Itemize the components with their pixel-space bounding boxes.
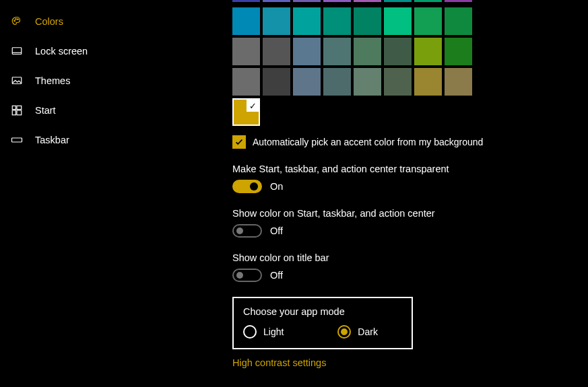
color-swatch[interactable] <box>354 38 381 65</box>
themes-icon <box>11 75 23 87</box>
sidebar-item-colors[interactable]: Colors <box>0 7 185 36</box>
app-mode-dark-radio[interactable]: Dark <box>337 325 378 339</box>
color-swatch[interactable] <box>414 68 442 96</box>
show-color-start-toggle[interactable] <box>232 224 262 238</box>
svg-rect-9 <box>17 110 22 115</box>
color-swatch[interactable] <box>293 7 321 35</box>
sidebar-item-label: Colors <box>35 16 63 27</box>
accent-color-grid <box>232 0 588 96</box>
color-swatch[interactable] <box>263 38 290 65</box>
app-mode-light-label: Light <box>263 326 284 337</box>
color-swatch[interactable] <box>414 7 442 35</box>
color-swatch[interactable] <box>414 0 442 2</box>
color-swatch[interactable] <box>263 7 290 35</box>
color-swatch[interactable] <box>384 68 412 96</box>
color-swatch[interactable] <box>232 0 260 2</box>
color-swatch[interactable] <box>445 7 472 35</box>
taskbar-icon <box>11 134 23 146</box>
app-mode-dark-label: Dark <box>358 326 378 337</box>
color-swatch[interactable] <box>445 0 472 2</box>
color-swatch[interactable] <box>384 38 412 65</box>
radio-icon <box>337 325 351 339</box>
settings-sidebar: Colors Lock screen Themes Start Taskbar <box>0 0 185 387</box>
color-swatch[interactable] <box>323 7 351 35</box>
start-icon <box>11 104 23 116</box>
color-swatch[interactable] <box>323 38 351 65</box>
palette-icon <box>11 15 23 28</box>
color-swatch[interactable] <box>384 0 412 2</box>
color-swatch[interactable] <box>354 0 381 2</box>
radio-icon <box>243 325 257 339</box>
sidebar-item-lockscreen[interactable]: Lock screen <box>0 36 185 66</box>
sidebar-item-start[interactable]: Start <box>0 96 185 125</box>
svg-rect-3 <box>12 48 22 55</box>
auto-pick-accent-checkbox[interactable]: Automatically pick an accent color from … <box>232 135 588 149</box>
color-swatch[interactable] <box>293 38 321 65</box>
color-swatch[interactable] <box>232 7 260 35</box>
color-swatch[interactable] <box>323 0 351 2</box>
checkbox-icon <box>232 135 246 149</box>
sidebar-item-label: Themes <box>35 75 70 86</box>
color-swatch[interactable] <box>445 68 472 96</box>
color-swatch[interactable] <box>384 7 412 35</box>
color-swatch[interactable] <box>354 7 381 35</box>
svg-point-1 <box>15 19 17 20</box>
color-swatch[interactable] <box>232 68 260 96</box>
svg-rect-8 <box>12 110 15 115</box>
sidebar-item-label: Lock screen <box>35 46 88 57</box>
color-swatch[interactable] <box>263 68 290 96</box>
app-mode-light-radio[interactable]: Light <box>243 325 284 339</box>
content-area: ✓ Automatically pick an accent color fro… <box>185 0 588 387</box>
show-color-title-label: Show color on title bar <box>232 252 588 263</box>
svg-rect-6 <box>12 106 15 109</box>
svg-rect-5 <box>12 77 22 84</box>
sidebar-item-taskbar[interactable]: Taskbar <box>0 125 185 155</box>
color-swatch[interactable] <box>414 38 442 65</box>
lockscreen-icon <box>11 45 23 57</box>
show-color-title-toggle[interactable] <box>232 269 262 282</box>
app-mode-title: Choose your app mode <box>243 306 402 317</box>
sidebar-item-themes[interactable]: Themes <box>0 66 185 96</box>
color-swatch[interactable] <box>293 68 321 96</box>
transparent-label: Make Start, taskbar, and action center t… <box>232 164 588 174</box>
transparent-state: On <box>270 181 283 192</box>
color-swatch[interactable] <box>263 0 290 2</box>
sidebar-item-label: Taskbar <box>35 135 69 145</box>
auto-pick-label: Automatically pick an accent color from … <box>253 137 483 147</box>
svg-rect-10 <box>12 138 22 142</box>
show-color-title-state: Off <box>270 270 283 281</box>
transparent-toggle[interactable] <box>232 180 262 193</box>
color-swatch[interactable] <box>293 0 321 2</box>
color-swatch[interactable] <box>323 68 351 96</box>
high-contrast-link[interactable]: High contrast settings <box>232 357 326 368</box>
color-swatch[interactable] <box>232 38 260 65</box>
show-color-start-state: Off <box>270 225 283 236</box>
color-swatch[interactable] <box>445 38 472 65</box>
svg-rect-7 <box>17 106 22 109</box>
app-mode-section: Choose your app mode Light Dark <box>232 297 413 349</box>
show-color-start-label: Show color on Start, taskbar, and action… <box>232 208 588 219</box>
selected-accent-swatch[interactable]: ✓ <box>232 98 260 126</box>
svg-point-0 <box>14 20 15 22</box>
color-swatch[interactable] <box>354 68 381 96</box>
sidebar-item-label: Start <box>35 105 56 116</box>
svg-point-2 <box>18 19 19 20</box>
check-icon: ✓ <box>247 100 259 112</box>
